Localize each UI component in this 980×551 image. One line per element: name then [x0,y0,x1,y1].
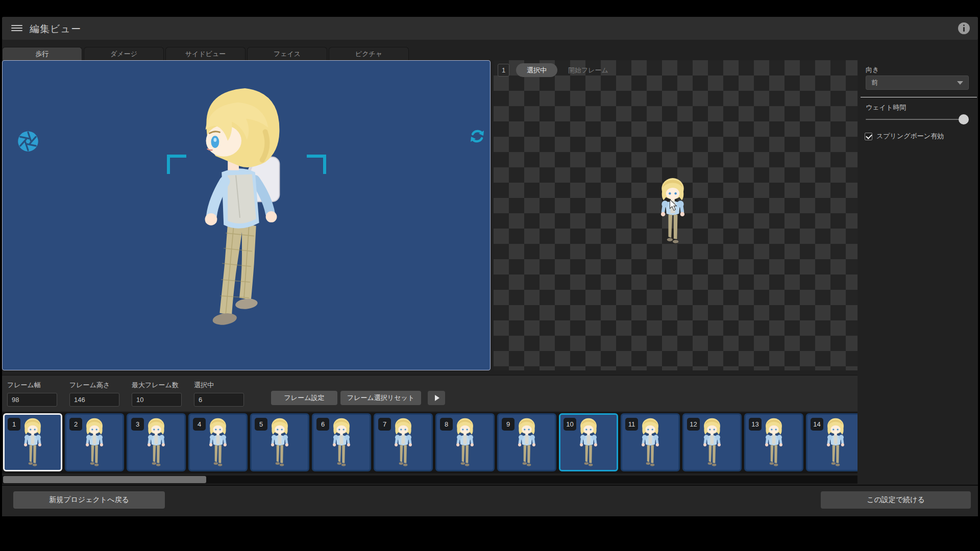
frame-thumbnail [451,417,479,470]
tab-button[interactable]: 歩行 [2,47,82,60]
frame-number: 9 [502,418,514,431]
direction-value: 前 [871,78,957,87]
frame-number: 5 [255,418,267,431]
animation-character [656,176,690,249]
back-to-project-button[interactable]: 新規プロジェクトへ戻る [13,491,165,509]
direction-label: 向き [866,65,879,74]
play-button[interactable] [428,391,445,405]
frame-thumbnail [389,417,417,470]
preview-panel [2,60,491,370]
menu-icon[interactable] [11,23,22,33]
frame-thumbnail [822,417,849,470]
chevron-down-icon [957,81,963,85]
wait-time-slider[interactable] [866,114,969,124]
tab-label: サイドビュー [185,49,226,59]
field-input[interactable]: 6 [194,393,244,407]
spring-bone-label: スプリングボーン有効 [876,132,944,141]
frame-thumbnail [204,417,232,470]
frame-number: 2 [69,418,82,431]
continue-button[interactable]: この設定で続ける [821,491,971,509]
tab-bar: 歩行ダメージサイドビューフェイスピクチャ [2,47,409,60]
frame-thumbnail [81,417,108,470]
play-icon [435,395,439,401]
field-label: フレーム高さ [69,381,119,390]
frame-field: 選択中 6 [194,381,244,407]
tab-label: ピクチャ [355,49,382,59]
frame-thumbnail [328,417,355,470]
frame-thumbnail [142,417,170,470]
frame-thumbnail [575,417,602,470]
filmstrip-frame[interactable]: 8 [435,413,495,471]
character-preview [174,81,308,344]
frame-number-badge: 1 [498,64,509,77]
spring-bone-row: スプリングボーン有効 [865,132,944,141]
filmstrip-frame[interactable]: 3 [127,413,186,471]
field-input[interactable]: 10 [132,393,182,407]
frame-field: フレーム幅 98 [7,381,57,407]
frame-set-button[interactable]: フレーム設定 [271,391,337,405]
filmstrip-frame[interactable]: 5 [250,413,309,471]
direction-select[interactable]: 前 [866,76,969,90]
slider-thumb[interactable] [959,114,969,124]
filmstrip-frame[interactable]: 7 [374,413,433,471]
frame-thumbnail [513,417,541,470]
page-title: 編集ビュー [30,22,81,36]
frame-thumbnail [636,417,664,470]
frame-number: 11 [625,418,638,431]
filmstrip-frame[interactable]: 4 [188,413,248,471]
frame-number: 12 [687,418,700,431]
frame-number: 1 [8,418,20,431]
footer-bar: 新規プロジェクトへ戻る この設定で続ける [2,485,978,516]
filmstrip-frame[interactable]: 12 [682,413,742,471]
spring-bone-checkbox[interactable] [865,133,872,140]
animation-panel: 1 選択中 開始フレーム [494,60,857,370]
tab-button[interactable]: サイドビュー [165,47,246,60]
aperture-icon[interactable] [17,130,39,153]
filmstrip: 1 2 3 4 5 6 7 8 9 10 [2,412,857,473]
frame-thumbnail [266,417,293,470]
frame-thumbnail [760,417,788,470]
filmstrip-frame[interactable]: 14 [806,413,857,471]
tab-button[interactable]: フェイス [247,47,327,60]
selected-mode-button[interactable]: 選択中 [516,63,557,77]
filmstrip-frame[interactable]: 6 [312,413,371,471]
filmstrip-frame[interactable]: 11 [621,413,680,471]
frame-number: 3 [131,418,144,431]
divider [861,97,977,97]
app: 編集ビュー 歩行ダメージサイドビューフェイスピクチャ [0,0,980,551]
slider-track [866,119,969,120]
frame-field: フレーム高さ 146 [69,381,119,407]
tab-label: フェイス [274,49,301,59]
crop-corner-icon [307,155,326,174]
frame-number: 4 [193,418,206,431]
info-icon[interactable] [958,22,970,34]
filmstrip-frame[interactable]: 2 [65,413,124,471]
frame-number: 10 [564,418,576,431]
tab-label: 歩行 [36,49,49,59]
filmstrip-frame[interactable]: 10 [559,413,618,471]
settings-sidebar: 向き 前 ウェイト時間 スプリングボーン有効 [857,60,980,485]
filmstrip-frame[interactable]: 1 [3,413,62,471]
wait-time-label: ウェイト時間 [866,103,906,112]
tab-button[interactable]: ダメージ [84,47,164,60]
frame-reset-button[interactable]: フレーム選択リセット [340,391,421,405]
frame-number: 6 [316,418,329,431]
field-input[interactable]: 146 [69,393,119,407]
field-label: 選択中 [194,381,244,390]
frame-number: 14 [811,418,823,431]
frame-field: 最大フレーム数 10 [132,381,182,407]
tab-button[interactable]: ピクチャ [329,47,409,60]
frame-number: 7 [378,418,391,431]
refresh-icon[interactable] [468,127,486,145]
filmstrip-frame[interactable]: 9 [497,413,556,471]
tab-label: ダメージ [110,49,137,59]
field-input[interactable]: 98 [7,393,57,407]
fields: フレーム幅 98 フレーム高さ 146 最大フレーム数 10 選択中 6 [7,381,244,407]
frame-thumbnail [698,417,726,470]
filmstrip-frame[interactable]: 13 [744,413,803,471]
scrollbar-thumb[interactable] [3,476,206,483]
horizontal-scrollbar[interactable] [2,475,857,484]
field-label: 最大フレーム数 [132,381,182,390]
frame-number: 8 [440,418,453,431]
start-frame-mode-button[interactable]: 開始フレーム [568,63,608,77]
